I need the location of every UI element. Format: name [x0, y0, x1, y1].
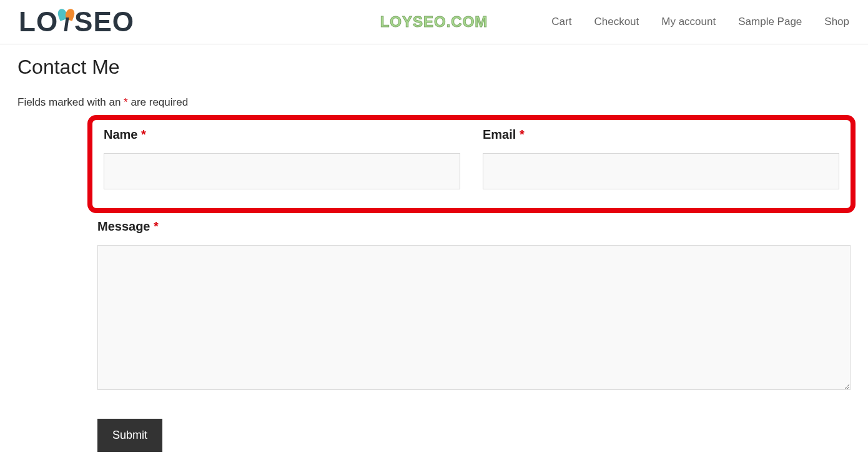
nav-my-account[interactable]: My account [661, 16, 716, 28]
logo-stem-icon [64, 18, 69, 31]
logo-y-icon [58, 10, 74, 34]
name-label: Name * [104, 128, 460, 142]
nav-checkout[interactable]: Checkout [594, 16, 639, 28]
watermark-text: LOYSEO.COM [380, 13, 488, 31]
site-header: LO SEO LOYSEO.COM Cart Checkout My accou… [0, 0, 868, 44]
required-note-suffix: are required [128, 96, 188, 108]
page-title: Contact Me [17, 56, 851, 79]
page-content: Contact Me Fields marked with an * are r… [0, 44, 868, 465]
required-fields-note: Fields marked with an * are required [17, 96, 851, 109]
submit-button[interactable]: Submit [97, 419, 162, 452]
site-logo[interactable]: LO SEO [19, 6, 134, 38]
form-row-name-email: Name * Email * [104, 128, 839, 189]
nav-cart[interactable]: Cart [551, 16, 571, 28]
form-group-message: Message * [97, 219, 851, 392]
message-textarea[interactable] [97, 245, 851, 390]
required-note-prefix: Fields marked with an [17, 96, 124, 108]
logo-text: LO SEO [19, 6, 134, 38]
email-input[interactable] [483, 153, 839, 189]
contact-form: Name * Email * Message * Submit [17, 115, 851, 452]
required-asterisk-icon: * [124, 96, 128, 108]
highlight-annotation: Name * Email * [87, 115, 856, 213]
required-icon: * [520, 128, 525, 141]
name-input[interactable] [104, 153, 460, 189]
logo-part-seo: SEO [74, 6, 134, 38]
nav-sample-page[interactable]: Sample Page [738, 16, 802, 28]
message-label-text: Message [97, 219, 154, 233]
email-label-text: Email [483, 128, 520, 141]
logo-part-lo: LO [19, 6, 58, 38]
form-group-email: Email * [483, 128, 839, 189]
message-label: Message * [97, 219, 851, 234]
form-group-name: Name * [104, 128, 460, 189]
primary-nav: Cart Checkout My account Sample Page Sho… [551, 16, 849, 28]
name-label-text: Name [104, 128, 141, 141]
required-icon: * [154, 219, 159, 233]
email-label: Email * [483, 128, 839, 142]
nav-shop[interactable]: Shop [824, 16, 849, 28]
required-icon: * [141, 128, 146, 141]
